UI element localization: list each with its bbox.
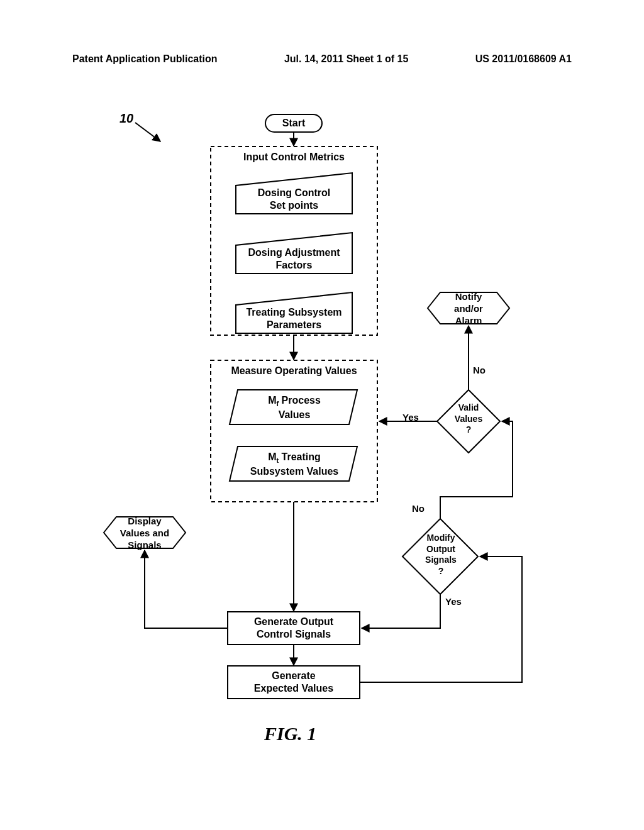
generate-output-label: Generate Output Control Signals <box>228 616 360 641</box>
modify-label: Modify Output Signals ? <box>413 533 469 577</box>
notify-label: Notify and/or Alarm <box>430 291 508 326</box>
mt-values-label: Mt Treating Subsystem Values <box>231 451 357 478</box>
edge-valid-yes: Yes <box>402 412 419 424</box>
group1-title: Input Control Metrics <box>211 151 377 163</box>
edge-modify-yes: Yes <box>445 596 462 608</box>
subsystem-params-label: Treating Subsystem Parameters <box>236 306 352 331</box>
display-label: Display Values and Signals <box>106 516 184 551</box>
start-label: Start <box>265 117 322 130</box>
generate-expected-label: Generate Expected Values <box>228 670 360 695</box>
mf-values-label: Mf Process Values <box>238 394 351 421</box>
reference-arrow <box>135 123 160 141</box>
edge-valid-no: No <box>473 365 486 377</box>
ref-number: 10 <box>119 111 133 126</box>
edge-modify-no: No <box>412 503 425 515</box>
group2-title: Measure Operating Values <box>211 365 377 377</box>
dosing-setpoints-label: Dosing Control Set points <box>236 187 352 212</box>
valid-values-label: Valid Values ? <box>443 402 494 436</box>
figure-label: FIG. 1 <box>264 723 316 744</box>
dosing-factors-label: Dosing Adjustment Factors <box>236 246 352 272</box>
